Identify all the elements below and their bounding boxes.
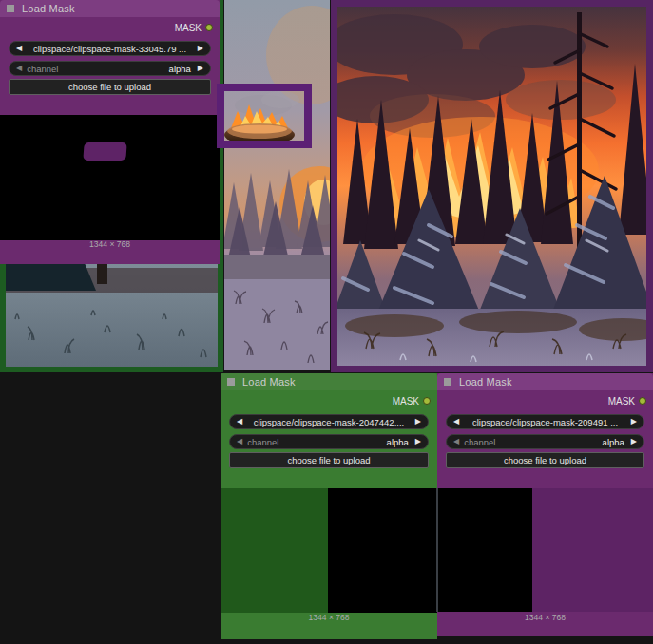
next-arrow-icon[interactable]: ▶ bbox=[631, 438, 637, 445]
next-arrow-icon[interactable]: ▶ bbox=[631, 418, 637, 426]
choose-file-button[interactable]: choose file to upload bbox=[9, 79, 211, 95]
collapse-box-icon[interactable] bbox=[444, 378, 451, 386]
load-mask-node-2[interactable]: Load Mask MASK ◀ clipspace/clipspace-mas… bbox=[221, 373, 437, 639]
prev-arrow-icon[interactable]: ◀ bbox=[453, 438, 459, 445]
node-titlebar[interactable]: Load Mask bbox=[437, 373, 653, 390]
prev-arrow-icon[interactable]: ◀ bbox=[453, 418, 459, 426]
mask-file-combo[interactable]: ◀ clipspace/clipspace-mask-209491 ... ▶ bbox=[446, 414, 644, 429]
node-title: Load Mask bbox=[22, 3, 75, 14]
channel-label: channel bbox=[27, 64, 163, 74]
prev-arrow-icon[interactable]: ◀ bbox=[16, 45, 22, 52]
mask-masked-region bbox=[328, 488, 437, 613]
shrub-band bbox=[224, 255, 330, 279]
output-label: MASK bbox=[175, 23, 202, 33]
load-mask-node-3[interactable]: Load Mask MASK ◀ clipspace/clipspace-mas… bbox=[437, 373, 653, 636]
mask-dimensions: 1344 × 768 bbox=[437, 613, 653, 622]
channel-combo[interactable]: ◀ channel alpha ▶ bbox=[229, 434, 429, 449]
next-arrow-icon[interactable]: ▶ bbox=[198, 65, 203, 72]
prev-arrow-icon[interactable]: ◀ bbox=[237, 418, 242, 426]
output-label: MASK bbox=[608, 396, 635, 407]
smoky-sky-ufo-image-node[interactable] bbox=[224, 0, 330, 370]
smoky-sky-ufo-image bbox=[224, 0, 330, 370]
channel-combo[interactable]: ◀ channel alpha ▶ bbox=[446, 434, 644, 449]
mask-preview bbox=[437, 488, 653, 612]
mask-dimensions: 1344 × 768 bbox=[0, 239, 220, 249]
mask-file-value: clipspace/clipspace-mask-33045.79 ... bbox=[27, 44, 193, 54]
channel-label: channel bbox=[464, 437, 597, 447]
next-arrow-icon[interactable]: ▶ bbox=[415, 418, 421, 426]
mask-unmasked-region bbox=[83, 142, 126, 161]
output-slot-dot[interactable] bbox=[423, 397, 431, 405]
choose-file-button[interactable]: choose file to upload bbox=[229, 452, 429, 468]
channel-value: alpha bbox=[603, 437, 624, 447]
output-slot-dot[interactable] bbox=[205, 24, 213, 31]
channel-value: alpha bbox=[387, 437, 409, 447]
mask-file-combo[interactable]: ◀ clipspace/clipspace-mask-2047442.... ▶ bbox=[229, 414, 429, 429]
node-title: Load Mask bbox=[459, 376, 512, 388]
mask-file-value: clipspace/clipspace-mask-209491 ... bbox=[464, 417, 626, 427]
node-titlebar[interactable]: Load Mask bbox=[0, 0, 220, 17]
node-canvas: Load Mask MASK ◀ clipspace/clipspace-mas… bbox=[0, 0, 653, 644]
mask-output-row: MASK bbox=[175, 22, 213, 33]
node-title: Load Mask bbox=[242, 376, 296, 388]
mask-output-row: MASK bbox=[608, 395, 646, 407]
forest-fire-image bbox=[337, 7, 646, 366]
mask-region-highlight-box bbox=[217, 84, 312, 148]
load-mask-node-1[interactable]: Load Mask MASK ◀ clipspace/clipspace-mas… bbox=[0, 0, 220, 264]
output-label: MASK bbox=[393, 396, 419, 407]
channel-label: channel bbox=[247, 437, 381, 447]
next-arrow-icon[interactable]: ▶ bbox=[415, 438, 421, 445]
mask-dimensions: 1344 × 768 bbox=[221, 613, 437, 622]
node-gap-divider bbox=[436, 488, 438, 612]
mask-masked-region bbox=[437, 488, 532, 612]
output-slot-dot[interactable] bbox=[639, 397, 646, 405]
mask-file-value: clipspace/clipspace-mask-2047442.... bbox=[247, 417, 411, 427]
collapse-box-icon[interactable] bbox=[7, 5, 14, 12]
choose-file-button[interactable]: choose file to upload bbox=[446, 452, 644, 468]
prev-arrow-icon[interactable]: ◀ bbox=[16, 65, 22, 72]
node-titlebar[interactable]: Load Mask bbox=[221, 373, 437, 390]
collapse-box-icon[interactable] bbox=[227, 378, 235, 386]
next-arrow-icon[interactable]: ▶ bbox=[198, 45, 203, 52]
mask-output-row: MASK bbox=[393, 395, 431, 407]
channel-combo[interactable]: ◀ channel alpha ▶ bbox=[9, 61, 211, 76]
mask-file-combo[interactable]: ◀ clipspace/clipspace-mask-33045.79 ... … bbox=[9, 41, 211, 56]
forest-fire-image-node[interactable] bbox=[331, 0, 653, 372]
mask-preview bbox=[0, 115, 220, 240]
mask-preview bbox=[221, 488, 437, 613]
channel-value: alpha bbox=[169, 64, 191, 74]
prev-arrow-icon[interactable]: ◀ bbox=[237, 438, 242, 445]
